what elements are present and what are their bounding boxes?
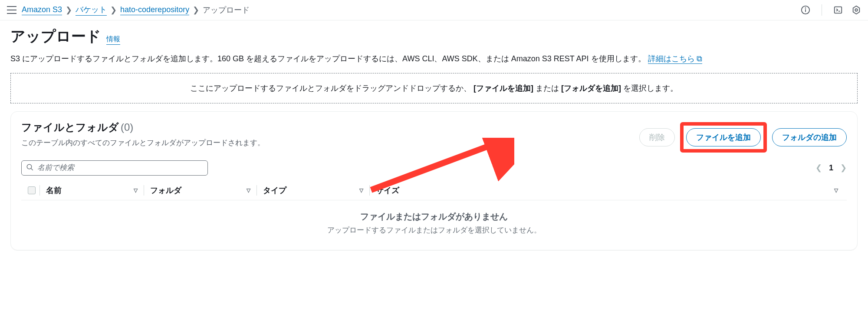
files-folders-panel: ファイルとフォルダ (0) このテーブル内のすべてのファイルとフォルダがアップロ…: [10, 111, 858, 250]
column-header-size[interactable]: サイズ ▽: [369, 185, 844, 196]
dropzone-add-file-bold: [ファイルを追加]: [473, 84, 533, 93]
column-name-label: 名前: [46, 185, 62, 196]
select-all-checkbox[interactable]: [28, 186, 36, 194]
sort-icon: ▽: [134, 187, 138, 193]
table-header: 名前 ▽ フォルダ ▽ タイプ ▽ サイズ ▽: [21, 181, 847, 200]
column-folder-label: フォルダ: [150, 185, 181, 196]
files-table: 名前 ▽ フォルダ ▽ タイプ ▽ サイズ ▽ ファイルまたはフォルダがありませ…: [21, 181, 847, 238]
next-page-button[interactable]: ❯: [840, 163, 847, 173]
delete-button: 削除: [639, 128, 675, 146]
page-description: S3 にアップロードするファイルとフォルダを追加します。160 GB を超えるフ…: [10, 53, 858, 65]
svg-point-2: [806, 8, 806, 8]
dropzone-text: ここにアップロードするファイルとフォルダをドラッグアンドドロップするか、: [190, 84, 471, 93]
svg-line-8: [31, 168, 33, 170]
chevron-right-icon: ❯: [110, 5, 117, 15]
column-header-name[interactable]: 名前 ▽: [39, 185, 144, 196]
info-circle-icon[interactable]: [801, 5, 810, 15]
column-type-label: タイプ: [263, 185, 286, 196]
chevron-right-icon: ❯: [66, 5, 72, 15]
pagination: ❮ 1 ❯: [815, 163, 847, 173]
panel-title: ファイルとフォルダ: [21, 121, 119, 133]
dropzone-suffix: を選択します。: [623, 84, 678, 93]
learn-more-link[interactable]: 詳細はこちら⧉: [648, 54, 702, 64]
breadcrumb-service[interactable]: Amazon S3: [22, 5, 62, 15]
svg-point-6: [855, 9, 858, 11]
sort-icon: ▽: [247, 187, 250, 193]
dropzone-add-folder-bold: [フォルダを追加]: [561, 84, 621, 93]
sort-icon: ▽: [834, 187, 838, 193]
search-icon: [26, 163, 34, 173]
svg-marker-5: [853, 6, 860, 14]
search-input[interactable]: [37, 163, 203, 172]
description-text: S3 にアップロードするファイルとフォルダを追加します。160 GB を超えるフ…: [10, 54, 646, 63]
drop-zone[interactable]: ここにアップロードするファイルとフォルダをドラッグアンドドロップするか、 [ファ…: [10, 73, 858, 103]
empty-state: ファイルまたはフォルダがありません アップロードするファイルまたはフォルダを選択…: [21, 200, 847, 238]
svg-point-7: [27, 164, 32, 169]
empty-subtitle: アップロードするファイルまたはフォルダを選択していません。: [21, 225, 847, 235]
breadcrumb-buckets[interactable]: バケット: [76, 4, 107, 16]
menu-icon[interactable]: [7, 6, 16, 14]
cloudshell-icon[interactable]: [833, 5, 843, 15]
divider: [822, 4, 822, 16]
breadcrumb-current: アップロード: [203, 5, 250, 15]
panel-subtitle: このテーブル内のすべてのファイルとフォルダがアップロードされます。: [21, 138, 265, 148]
info-link[interactable]: 情報: [106, 35, 120, 45]
external-link-icon: ⧉: [697, 54, 702, 63]
annotation-highlight: ファイルを追加: [680, 122, 767, 153]
add-file-button[interactable]: ファイルを追加: [686, 128, 761, 146]
panel-count: (0): [121, 121, 133, 133]
chevron-right-icon: ❯: [193, 5, 199, 15]
prev-page-button[interactable]: ❮: [815, 163, 822, 173]
breadcrumb-bucket-name[interactable]: hato-coderepository: [120, 5, 189, 15]
page-title: アップロード: [10, 27, 101, 47]
column-header-type[interactable]: タイプ ▽: [256, 185, 369, 196]
sort-icon: ▽: [359, 187, 363, 193]
page-number: 1: [829, 163, 833, 173]
column-header-folder[interactable]: フォルダ ▽: [144, 185, 256, 196]
empty-title: ファイルまたはフォルダがありません: [21, 211, 847, 223]
add-folder-button[interactable]: フォルダの追加: [772, 128, 847, 146]
dropzone-mid: または: [536, 84, 561, 93]
column-size-label: サイズ: [376, 185, 399, 196]
breadcrumb: Amazon S3 ❯ バケット ❯ hato-coderepository ❯…: [22, 4, 250, 16]
settings-hex-icon[interactable]: [852, 5, 861, 15]
search-input-wrapper[interactable]: [21, 160, 208, 176]
